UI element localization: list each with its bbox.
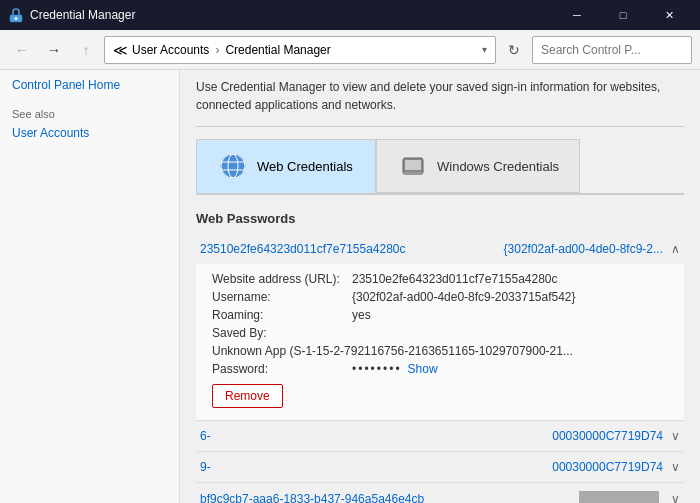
forward-button[interactable]: → bbox=[40, 36, 68, 64]
sidebar-item-user-accounts[interactable]: User Accounts bbox=[12, 126, 167, 140]
cred1-username-label: Username: bbox=[212, 290, 352, 304]
tab-web-credentials[interactable]: Web Credentials bbox=[196, 139, 376, 193]
tabs-container: Web Credentials Windows Credentials bbox=[196, 139, 684, 193]
sidebar-item-control-panel-home[interactable]: Control Panel Home bbox=[12, 78, 167, 92]
see-also-section: See also User Accounts bbox=[12, 108, 167, 140]
cred1-show-link[interactable]: Show bbox=[408, 362, 438, 376]
cred1-roaming-row: Roaming: yes bbox=[212, 308, 668, 322]
credential-item-3-header[interactable]: 9- 00030000C7719D74 ∨ bbox=[196, 452, 684, 482]
minimize-button[interactable]: ─ bbox=[554, 0, 600, 30]
svg-rect-10 bbox=[404, 172, 422, 175]
up-button[interactable]: ↑ bbox=[72, 36, 100, 64]
cred4-placeholder bbox=[579, 491, 659, 503]
main-container: Control Panel Home See also User Account… bbox=[0, 70, 700, 503]
cred1-remove-container: Remove bbox=[212, 384, 668, 408]
credential-item-4-header[interactable]: bf9c9cb7-aaa6-1833-b437-946a5a46e4cb ∨ bbox=[196, 483, 684, 503]
description-text: Use Credential Manager to view and delet… bbox=[196, 70, 684, 127]
cred1-savedby-value: Unknown App (S-1-15-2-792116756-21636511… bbox=[212, 344, 573, 358]
window-title: Credential Manager bbox=[30, 8, 554, 22]
cred2-header-left: 6- bbox=[200, 429, 211, 443]
cred1-savedby-row: Saved By: bbox=[212, 326, 668, 340]
cred3-name: 9- bbox=[200, 460, 211, 474]
credential-item-1-header[interactable]: 23510e2fe64323d011cf7e7155a4280c {302f02… bbox=[196, 234, 684, 264]
cred1-website-label: Website address (URL): bbox=[212, 272, 352, 286]
cred1-password-dots: •••••••• bbox=[352, 362, 402, 376]
sidebar: Control Panel Home See also User Account… bbox=[0, 70, 180, 503]
address-chevron[interactable]: ▾ bbox=[482, 44, 487, 55]
cred1-details: Website address (URL): 23510e2fe64323d01… bbox=[196, 264, 684, 420]
cred4-name: bf9c9cb7-aaa6-1833-b437-946a5a46e4cb bbox=[200, 492, 424, 503]
cred3-chevron: ∨ bbox=[671, 460, 680, 474]
tab-windows-credentials[interactable]: Windows Credentials bbox=[376, 139, 580, 193]
section-header: Web Passwords bbox=[196, 211, 684, 226]
search-input[interactable] bbox=[532, 36, 692, 64]
separator: › bbox=[215, 43, 219, 57]
cred3-header-right: 00030000C7719D74 ∨ bbox=[552, 460, 680, 474]
close-button[interactable]: ✕ bbox=[646, 0, 692, 30]
cred1-website-value: 23510e2fe64323d011cf7e7155a4280c bbox=[352, 272, 558, 286]
cred1-website-row: Website address (URL): 23510e2fe64323d01… bbox=[212, 272, 668, 286]
credential-item-4: bf9c9cb7-aaa6-1833-b437-946a5a46e4cb ∨ bbox=[196, 483, 684, 503]
cred1-username-row: Username: {302f02af-ad00-4de0-8fc9-20337… bbox=[212, 290, 668, 304]
cred2-header-right: 00030000C7719D74 ∨ bbox=[552, 429, 680, 443]
svg-point-1 bbox=[15, 17, 18, 20]
cred-header-right: {302f02af-ad00-4de0-8fc9-2... ∧ bbox=[504, 242, 680, 256]
content-inner: Use Credential Manager to view and delet… bbox=[180, 70, 700, 503]
refresh-button[interactable]: ↻ bbox=[500, 36, 528, 64]
app-icon bbox=[8, 7, 24, 23]
cred1-chevron: ∧ bbox=[671, 242, 680, 256]
tab-windows-credentials-label: Windows Credentials bbox=[437, 159, 559, 174]
credential-item-1: 23510e2fe64323d011cf7e7155a4280c {302f02… bbox=[196, 234, 684, 421]
tab-web-credentials-label: Web Credentials bbox=[257, 159, 353, 174]
cred2-id: 00030000C7719D74 bbox=[552, 429, 663, 443]
content-area: Use Credential Manager to view and delet… bbox=[180, 70, 700, 503]
cred1-username-value: {302f02af-ad00-4de0-8fc9-2033715af542} bbox=[352, 290, 576, 304]
address-bar[interactable]: ≪ User Accounts › Credential Manager ▾ bbox=[104, 36, 496, 64]
address-text: User Accounts › Credential Manager bbox=[132, 43, 478, 57]
cred4-header-left: bf9c9cb7-aaa6-1833-b437-946a5a46e4cb bbox=[200, 492, 424, 503]
cred3-id: 00030000C7719D74 bbox=[552, 460, 663, 474]
cred1-password-row: Password: •••••••• Show bbox=[212, 362, 668, 376]
cred1-remove-button[interactable]: Remove bbox=[212, 384, 283, 408]
cred2-chevron: ∨ bbox=[671, 429, 680, 443]
cred1-savedby-value-row: Unknown App (S-1-15-2-792116756-21636511… bbox=[212, 344, 668, 358]
cred-header-left: 23510e2fe64323d011cf7e7155a4280c bbox=[200, 242, 406, 256]
cred1-password-label: Password: bbox=[212, 362, 352, 376]
maximize-button[interactable]: □ bbox=[600, 0, 646, 30]
see-also-title: See also bbox=[12, 108, 167, 120]
cred1-id: {302f02af-ad00-4de0-8fc9-2... bbox=[504, 242, 663, 256]
cred3-header-left: 9- bbox=[200, 460, 211, 474]
cred1-roaming-value: yes bbox=[352, 308, 371, 322]
credential-item-3: 9- 00030000C7719D74 ∨ bbox=[196, 452, 684, 483]
back-button[interactable]: ← bbox=[8, 36, 36, 64]
cred2-name: 6- bbox=[200, 429, 211, 443]
credential-item-2-header[interactable]: 6- 00030000C7719D74 ∨ bbox=[196, 421, 684, 451]
address-icon: ≪ bbox=[113, 42, 128, 58]
cred1-roaming-label: Roaming: bbox=[212, 308, 352, 322]
title-bar: Credential Manager ─ □ ✕ bbox=[0, 0, 700, 30]
web-credentials-icon bbox=[217, 150, 249, 182]
credential-item-2: 6- 00030000C7719D74 ∨ bbox=[196, 421, 684, 452]
window-controls: ─ □ ✕ bbox=[554, 0, 692, 30]
cred4-chevron: ∨ bbox=[671, 492, 680, 503]
breadcrumb-2: Credential Manager bbox=[225, 43, 330, 57]
svg-rect-8 bbox=[405, 160, 421, 170]
cred1-savedby-label: Saved By: bbox=[212, 326, 352, 340]
tab-divider bbox=[196, 193, 684, 195]
nav-bar: ← → ↑ ≪ User Accounts › Credential Manag… bbox=[0, 30, 700, 70]
cred1-name: 23510e2fe64323d011cf7e7155a4280c bbox=[200, 242, 406, 256]
cred4-header-right: ∨ bbox=[579, 491, 680, 503]
windows-credentials-icon bbox=[397, 150, 429, 182]
breadcrumb-1: User Accounts bbox=[132, 43, 209, 57]
